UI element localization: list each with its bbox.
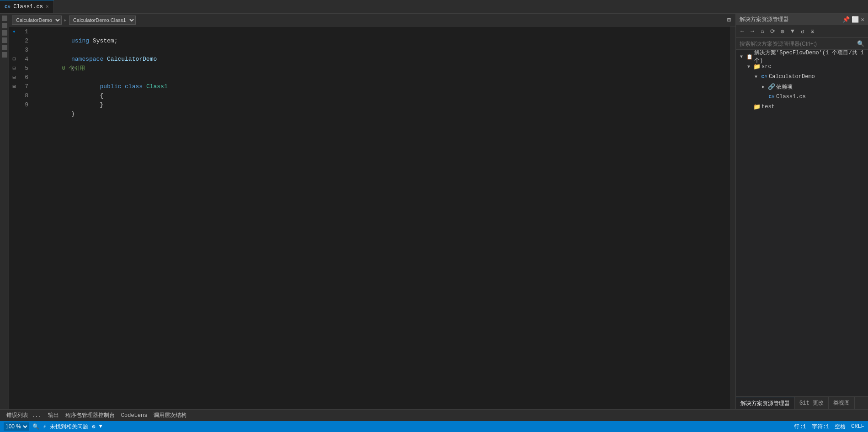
line-num-6: ⊟ 6 xyxy=(9,73,28,82)
solution-label: 解决方案'SpecFlowDemo'(1 个项目/共 1 个) xyxy=(754,50,866,64)
activity-dot-2 xyxy=(2,23,7,28)
activity-dot-4 xyxy=(2,37,7,43)
solution-sync-button[interactable]: ⟳ xyxy=(768,27,777,36)
line-num-2: 2 xyxy=(9,37,28,46)
code-line-7: } xyxy=(32,91,730,100)
settings-arrow-icon: ▼ xyxy=(99,423,102,430)
split-editor-button[interactable]: ⊞ xyxy=(725,16,733,24)
breadcrumb-separator: ▸ xyxy=(64,16,67,24)
solution-settings-button[interactable]: ⚙ xyxy=(778,27,787,36)
search-icon: 🔍 xyxy=(857,40,864,47)
tab-git-changes[interactable]: Git 更改 xyxy=(795,397,829,409)
line-numbers: ● 1 2 3 ⊟ 4 ⊟ 5 xyxy=(9,26,32,409)
activity-dot-5 xyxy=(2,45,7,50)
code-line-5: public class Class1 xyxy=(32,73,730,82)
tree-item-solution[interactable]: ▼ 📋 解决方案'SpecFlowDemo'(1 个项目/共 1 个) xyxy=(736,52,868,62)
tree-item-class1cs[interactable]: C# Class1.cs xyxy=(736,92,868,102)
solution-forward-button[interactable]: → xyxy=(748,27,757,36)
code-comment-refs: 0 个引用 xyxy=(32,64,730,73)
calculatordemo-label: CalculatorDemo xyxy=(769,74,866,80)
solution-title: 解决方案资源管理器 xyxy=(740,16,789,23)
status-left: 100 % 🔍 ⚡ 未找到相关问题 ⚙ ▼ xyxy=(4,422,102,431)
solution-tree: ▼ 📋 解决方案'SpecFlowDemo'(1 个项目/共 1 个) ▼ 📁 … xyxy=(736,50,868,396)
activity-dot-3 xyxy=(2,30,7,36)
encoding-label: 空格 xyxy=(835,423,846,431)
line-num-4: ⊟ 4 xyxy=(9,55,28,64)
editor-area: CalculatorDemo ▸ CalculatorDemo.Class1 ⊞… xyxy=(9,14,735,409)
code-line-9 xyxy=(32,110,730,119)
calculatordemo-arrow: ▼ xyxy=(752,74,760,79)
line-num-9: 9 xyxy=(9,100,28,110)
line-num-7: ⊟ 7 xyxy=(9,82,28,91)
tab-solution-explorer[interactable]: 解决方案资源管理器 xyxy=(736,397,795,409)
editor-scrollbar[interactable] xyxy=(730,26,735,409)
solution-titlebar: 解决方案资源管理器 📌 ⬜ ✕ xyxy=(736,14,868,25)
solution-search-input[interactable] xyxy=(740,41,857,47)
src-label: src xyxy=(761,63,866,70)
error-icon: ⚡ xyxy=(43,423,46,430)
pin-button[interactable]: 📌 xyxy=(842,16,850,23)
class1cs-icon: C# xyxy=(768,94,775,100)
tab-close-button[interactable]: × xyxy=(46,4,49,10)
zoom-select[interactable]: 100 % xyxy=(4,422,29,431)
status-right: 行:1 字符:1 空格 CRLF xyxy=(794,423,864,431)
zoom-control: 100 % xyxy=(4,422,29,431)
status-bar: 100 % 🔍 ⚡ 未找到相关问题 ⚙ ▼ 行:1 字符:1 空格 CRLF xyxy=(0,421,868,432)
editor-header: CalculatorDemo ▸ CalculatorDemo.Class1 ⊞ xyxy=(9,14,735,26)
activity-dot-6 xyxy=(2,52,7,58)
solution-preview-button[interactable]: ⊡ xyxy=(808,27,817,36)
folder-icon: 📁 xyxy=(753,63,761,70)
bottom-codelens[interactable]: CodeLens xyxy=(118,410,150,421)
maximize-button[interactable]: ⬜ xyxy=(852,16,859,23)
main-layout: CalculatorDemo ▸ CalculatorDemo.Class1 ⊞… xyxy=(0,14,868,409)
activity-bar xyxy=(0,14,9,409)
bottom-package-manager[interactable]: 程序包管理器控制台 xyxy=(63,410,117,421)
solution-toolbar: ← → ⌂ ⟳ ⚙ ▼ ↺ ⊡ xyxy=(736,25,868,38)
tree-item-src[interactable]: ▼ 📁 src xyxy=(736,62,868,72)
solution-bottom-tabs: 解决方案资源管理器 Git 更改 类视图 xyxy=(736,396,868,409)
solution-back-button[interactable]: ← xyxy=(738,27,747,36)
bottom-toolbar: 错误列表 ... 输出 程序包管理器控制台 CodeLens 调用层次结构 xyxy=(0,409,868,421)
test-label: test xyxy=(761,104,866,110)
line-num-1: ● 1 xyxy=(9,27,28,37)
project-icon: C# xyxy=(761,74,768,79)
dependencies-icon: 🔗 xyxy=(768,83,775,90)
tree-item-test[interactable]: 📁 test xyxy=(736,102,868,112)
solution-refresh-button[interactable]: ↺ xyxy=(798,27,807,36)
tab-filename: Class1.cs xyxy=(13,4,43,10)
bottom-call-hierarchy[interactable]: 调用层次结构 xyxy=(151,410,189,421)
project-dropdown[interactable]: CalculatorDemo xyxy=(12,16,62,25)
solution-filter-button[interactable]: ▼ xyxy=(788,27,797,36)
row-label: 行:1 xyxy=(794,423,806,431)
line-1-indicator: ● xyxy=(11,27,17,37)
solution-titlebar-buttons: 📌 ⬜ ✕ xyxy=(842,16,864,23)
col-label: 字符:1 xyxy=(812,423,829,431)
tab-class1cs[interactable]: C# Class1.cs × xyxy=(0,0,54,13)
test-folder-icon: 📁 xyxy=(753,103,761,111)
bottom-error-list[interactable]: 错误列表 ... xyxy=(4,410,44,421)
code-content[interactable]: using System; namespace CalculatorDemo {… xyxy=(32,26,730,409)
solution-icon: 📋 xyxy=(746,54,753,60)
code-line-2 xyxy=(32,37,730,46)
solution-home-button[interactable]: ⌂ xyxy=(758,27,767,36)
cs-file-icon: C# xyxy=(5,4,11,10)
solution-search-bar: 🔍 xyxy=(736,38,868,50)
class-dropdown[interactable]: CalculatorDemo.Class1 xyxy=(69,16,136,25)
tree-item-calculatordemo[interactable]: ▼ C# CalculatorDemo xyxy=(736,72,868,82)
tab-class-view[interactable]: 类视图 xyxy=(829,397,855,409)
close-panel-button[interactable]: ✕ xyxy=(861,16,864,23)
line-ending-label: CRLF xyxy=(851,423,864,430)
line-num-3: 3 xyxy=(9,46,28,55)
bottom-output[interactable]: 输出 xyxy=(45,410,62,421)
line-num-8: 8 xyxy=(9,91,28,100)
tab-bar: C# Class1.cs × xyxy=(0,0,868,14)
src-arrow: ▼ xyxy=(745,64,752,69)
tree-item-dependencies[interactable]: ▶ 🔗 依赖项 xyxy=(736,82,868,92)
solution-explorer-panel: 解决方案资源管理器 📌 ⬜ ✕ ← → ⌂ ⟳ ⚙ ▼ ↺ ⊡ 🔍 xyxy=(735,14,868,409)
code-line-3: namespace CalculatorDemo xyxy=(32,46,730,55)
code-line-1: using System; xyxy=(32,27,730,37)
settings-icon: ⚙ xyxy=(92,423,95,430)
dependencies-label: 依赖项 xyxy=(776,83,866,91)
line-num-5: ⊟ 5 xyxy=(9,64,28,73)
activity-dot-1 xyxy=(2,16,7,21)
